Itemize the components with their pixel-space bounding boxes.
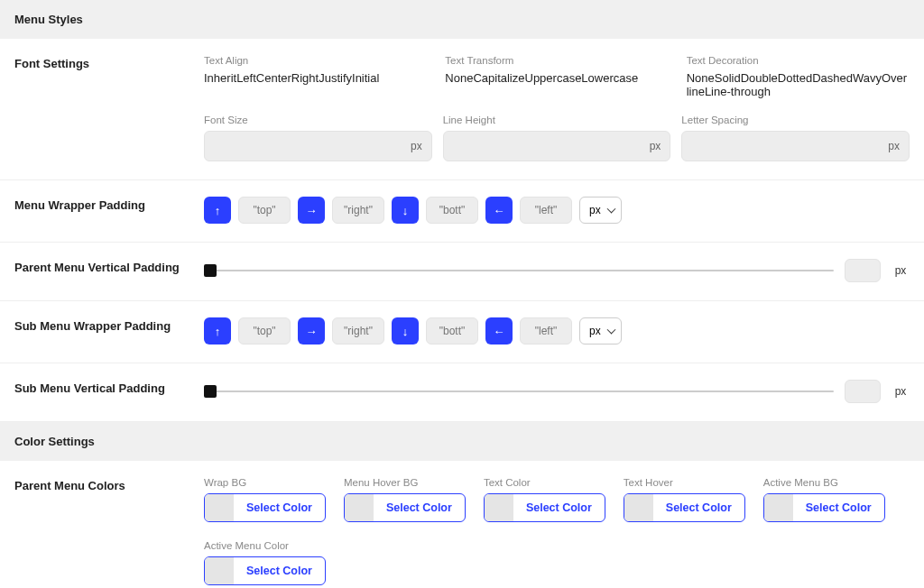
input-font-size[interactable]: px xyxy=(204,131,432,161)
row-submenu-wrapper-padding: Sub Menu Wrapper Padding ↑ → ↓ ← px xyxy=(0,301,924,363)
row-menu-wrapper-padding: Menu Wrapper Padding ↑ → ↓ ← px xyxy=(0,180,924,243)
color-swatch xyxy=(624,494,653,521)
arrow-right-icon[interactable]: → xyxy=(298,317,325,345)
sub-padding-right-input[interactable] xyxy=(332,317,384,345)
padding-left-input[interactable] xyxy=(520,197,572,224)
label-wrap-bg: Wrap BG xyxy=(204,477,326,488)
sub-padding-left-input[interactable] xyxy=(520,317,572,345)
color-picker-text-hover[interactable]: Select Color xyxy=(624,493,745,522)
label-menu-hover-bg: Menu Hover BG xyxy=(344,477,466,488)
padding-unit-select[interactable]: px xyxy=(579,197,622,224)
row-submenu-vertical-padding: Sub Menu Vertical Padding px xyxy=(0,363,924,422)
row-parent-menu-vertical-padding: Parent Menu Vertical Padding px xyxy=(0,243,924,301)
padding-bottom-input[interactable] xyxy=(426,197,478,224)
label-text-align: Text Align xyxy=(204,55,427,66)
label-active-menu-color: Active Menu Color xyxy=(204,540,326,551)
label-text-transform: Text Transform xyxy=(445,55,668,66)
select-color-label: Select Color xyxy=(653,494,744,521)
submenu-vertical-padding-slider[interactable] xyxy=(204,390,834,392)
color-swatch xyxy=(764,494,793,521)
letter-spacing-field[interactable] xyxy=(691,140,888,152)
value-text-decoration[interactable]: NoneSolidDoubleDottedDashedWavyOverlineL… xyxy=(687,71,910,98)
color-picker-text-color[interactable]: Select Color xyxy=(484,493,605,522)
label-text-color: Text Color xyxy=(484,477,605,488)
select-color-label: Select Color xyxy=(793,494,884,521)
select-color-label: Select Color xyxy=(234,557,325,584)
padding-top-input[interactable] xyxy=(238,197,291,224)
label-font-size: Font Size xyxy=(204,115,432,125)
row-label-submenu-wrapper-padding: Sub Menu Wrapper Padding xyxy=(14,317,204,345)
section-header-menu-styles: Menu Styles xyxy=(0,0,924,39)
padding-right-input[interactable] xyxy=(332,197,384,224)
line-height-unit: px xyxy=(650,140,661,152)
arrow-down-icon[interactable]: ↓ xyxy=(392,317,419,345)
sub-padding-top-input[interactable] xyxy=(238,317,291,345)
label-active-menu-bg: Active Menu BG xyxy=(763,477,885,488)
arrow-up-icon[interactable]: ↑ xyxy=(204,197,231,224)
input-letter-spacing[interactable]: px xyxy=(681,131,910,161)
color-picker-wrap-bg[interactable]: Select Color xyxy=(204,493,326,522)
value-text-transform[interactable]: NoneCapitalizeUppercaseLowercase xyxy=(445,71,668,85)
select-color-label: Select Color xyxy=(234,494,325,521)
row-parent-menu-colors: Parent Menu Colors Wrap BG Select Color … xyxy=(0,461,924,588)
color-picker-active-menu-bg[interactable]: Select Color xyxy=(763,493,885,522)
font-size-unit: px xyxy=(411,140,422,152)
row-label-submenu-vertical-padding: Sub Menu Vertical Padding xyxy=(14,380,204,403)
arrow-left-icon[interactable]: ← xyxy=(485,197,513,224)
slider-thumb[interactable] xyxy=(204,385,217,398)
submenu-vertical-padding-unit: px xyxy=(892,385,910,398)
parent-vertical-padding-unit: px xyxy=(892,264,910,277)
row-label-menu-wrapper-padding: Menu Wrapper Padding xyxy=(14,197,204,224)
letter-spacing-unit: px xyxy=(888,140,900,152)
color-swatch xyxy=(345,494,374,521)
select-color-label: Select Color xyxy=(374,494,465,521)
row-label-parent-vertical-padding: Parent Menu Vertical Padding xyxy=(14,259,204,282)
arrow-up-icon[interactable]: ↑ xyxy=(204,317,231,345)
submenu-vertical-padding-value[interactable] xyxy=(845,380,881,403)
color-swatch xyxy=(205,557,234,584)
label-line-height: Line Height xyxy=(443,115,671,125)
line-height-field[interactable] xyxy=(453,140,650,152)
label-letter-spacing: Letter Spacing xyxy=(681,115,910,125)
color-picker-active-menu-color[interactable]: Select Color xyxy=(204,556,326,585)
label-text-decoration: Text Decoration xyxy=(687,55,910,66)
parent-vertical-padding-value[interactable] xyxy=(845,259,881,282)
font-size-field[interactable] xyxy=(214,140,411,152)
arrow-down-icon[interactable]: ↓ xyxy=(392,197,419,224)
sub-padding-bottom-input[interactable] xyxy=(426,317,478,345)
row-label-parent-menu-colors: Parent Menu Colors xyxy=(14,477,204,585)
section-header-color-settings: Color Settings xyxy=(0,422,924,461)
parent-vertical-padding-slider[interactable] xyxy=(204,270,834,271)
input-line-height[interactable]: px xyxy=(443,131,671,161)
row-font-settings: Font Settings Text Align InheritLeftCent… xyxy=(0,39,924,180)
value-text-align[interactable]: InheritLeftCenterRightJustifyInitial xyxy=(204,71,427,85)
arrow-right-icon[interactable]: → xyxy=(298,197,325,224)
sub-padding-unit-select[interactable]: px xyxy=(579,317,622,345)
color-swatch xyxy=(485,494,513,521)
label-text-hover: Text Hover xyxy=(624,477,745,488)
slider-thumb[interactable] xyxy=(204,264,217,277)
arrow-left-icon[interactable]: ← xyxy=(485,317,513,345)
color-picker-menu-hover-bg[interactable]: Select Color xyxy=(344,493,466,522)
color-swatch xyxy=(205,494,234,521)
row-label-font-settings: Font Settings xyxy=(14,55,204,161)
select-color-label: Select Color xyxy=(513,494,605,521)
